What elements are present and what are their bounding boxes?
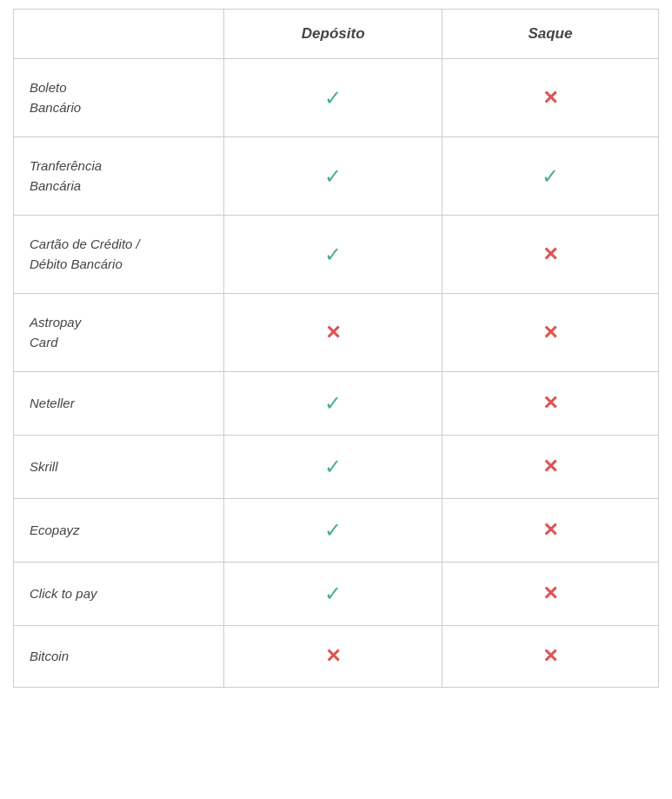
saque-cell: ✓ <box>442 137 658 216</box>
check-icon: ✓ <box>324 243 342 267</box>
method-cell: AstropayCard <box>14 294 224 372</box>
header-deposito: Depósito <box>224 10 442 59</box>
method-cell: Neteller <box>14 372 224 436</box>
check-icon: ✓ <box>324 164 342 189</box>
check-icon: ✓ <box>324 391 342 416</box>
table-wrapper: Depósito Saque BoletoBancário✓✕Tranferên… <box>0 0 672 696</box>
check-icon: ✓ <box>324 455 342 479</box>
cross-icon: ✕ <box>542 456 558 478</box>
cross-icon: ✕ <box>325 322 341 344</box>
check-icon: ✓ <box>324 86 342 110</box>
header-method <box>14 10 224 59</box>
table-row: Click to pay✓✕ <box>14 563 659 626</box>
method-cell: Click to pay <box>14 563 224 626</box>
method-cell: TranferênciaBancária <box>14 137 224 216</box>
saque-cell: ✕ <box>442 59 658 137</box>
method-cell: Cartão de Crédito /Débito Bancário <box>14 216 224 294</box>
cross-icon: ✕ <box>542 583 558 605</box>
deposito-cell: ✓ <box>224 436 442 499</box>
method-cell: Skrill <box>14 436 224 499</box>
table-row: BoletoBancário✓✕ <box>14 59 659 137</box>
check-icon: ✓ <box>324 582 342 606</box>
saque-cell: ✕ <box>442 294 658 372</box>
table-row: Skrill✓✕ <box>14 436 659 499</box>
table-header-row: Depósito Saque <box>14 10 659 59</box>
check-icon: ✓ <box>542 164 559 189</box>
saque-cell: ✕ <box>442 436 658 499</box>
deposito-cell: ✓ <box>224 216 442 294</box>
header-saque: Saque <box>442 10 658 59</box>
cross-icon: ✕ <box>542 87 558 110</box>
table-row: AstropayCard✕✕ <box>14 294 659 372</box>
check-icon: ✓ <box>324 518 342 543</box>
table-row: Ecopayz✓✕ <box>14 499 659 563</box>
saque-cell: ✕ <box>442 372 658 436</box>
deposito-cell: ✓ <box>224 372 442 436</box>
deposito-cell: ✓ <box>224 59 442 137</box>
saque-cell: ✕ <box>442 626 658 688</box>
method-cell: BoletoBancário <box>14 59 224 137</box>
method-cell: Bitcoin <box>14 626 224 688</box>
cross-icon: ✕ <box>542 392 558 415</box>
method-cell: Ecopayz <box>14 499 224 563</box>
deposito-cell: ✕ <box>224 294 442 372</box>
cross-icon: ✕ <box>542 519 558 542</box>
cross-icon: ✕ <box>542 322 558 344</box>
deposito-cell: ✓ <box>224 499 442 563</box>
table-row: Neteller✓✕ <box>14 372 659 436</box>
payment-methods-table: Depósito Saque BoletoBancário✓✕Tranferên… <box>13 9 659 688</box>
deposito-cell: ✕ <box>224 626 442 688</box>
saque-cell: ✕ <box>442 216 658 294</box>
cross-icon: ✕ <box>542 645 558 668</box>
cross-icon: ✕ <box>542 243 558 266</box>
table-row: Bitcoin✕✕ <box>14 626 659 688</box>
deposito-cell: ✓ <box>224 563 442 626</box>
table-row: TranferênciaBancária✓✓ <box>14 137 659 216</box>
saque-cell: ✕ <box>442 563 658 626</box>
cross-icon: ✕ <box>325 645 341 668</box>
saque-cell: ✕ <box>442 499 658 563</box>
table-row: Cartão de Crédito /Débito Bancário✓✕ <box>14 216 659 294</box>
deposito-cell: ✓ <box>224 137 442 216</box>
